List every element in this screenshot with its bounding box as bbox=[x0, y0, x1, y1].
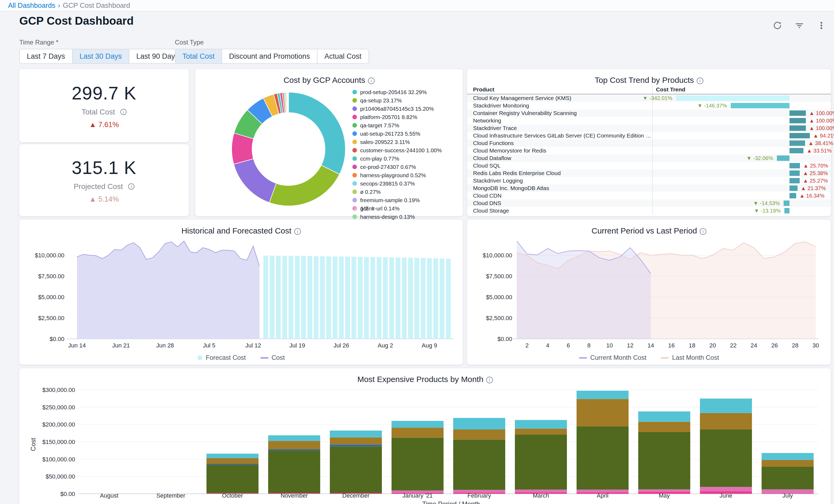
forecast-bar[interactable] bbox=[307, 256, 312, 339]
info-icon[interactable]: i bbox=[128, 183, 134, 190]
y-axis-tick: $0.00 bbox=[50, 336, 64, 342]
forecast-bar[interactable] bbox=[421, 258, 425, 339]
forecast-bar[interactable] bbox=[377, 257, 381, 339]
stacked-bar-july[interactable] bbox=[762, 453, 814, 494]
legend-item-harness-design[interactable]: harness-design 0.13% bbox=[352, 214, 460, 220]
stacked-bar-november[interactable] bbox=[268, 435, 320, 494]
forecast-bar[interactable] bbox=[270, 256, 275, 339]
info-icon[interactable]: i bbox=[294, 228, 301, 235]
cost-by-gcp-accounts-card: Cost by GCP Accountsi prod-setup-205416 … bbox=[195, 69, 463, 216]
legend-item-platform-205701[interactable]: platform-205701 8.82% bbox=[352, 114, 460, 120]
forecast-bar[interactable] bbox=[427, 258, 432, 339]
legend-item-pr10406a87045145c3[interactable]: pr10406a87045145c3 15.20% bbox=[352, 106, 460, 112]
bar-segment bbox=[268, 435, 320, 441]
trend-bar bbox=[784, 208, 789, 213]
trend-bar bbox=[789, 163, 800, 168]
cost-type-option-discount-and-promotions[interactable]: Discount and Promotions bbox=[222, 49, 317, 63]
filter-button[interactable] bbox=[792, 18, 807, 33]
legend-forecast-cost[interactable]: Forecast Cost bbox=[197, 354, 246, 361]
forecast-bar[interactable] bbox=[288, 256, 293, 339]
forecast-bar[interactable] bbox=[370, 257, 375, 339]
legend-item-ø[interactable]: ø 0.27% bbox=[352, 189, 460, 195]
forecast-bar[interactable] bbox=[414, 258, 419, 339]
time-range-option-last-7-days[interactable]: Last 7 Days bbox=[20, 49, 73, 63]
forecast-bar[interactable] bbox=[282, 256, 287, 339]
info-icon[interactable]: i bbox=[700, 228, 706, 235]
legend-current-month-cost[interactable]: Current Month Cost bbox=[579, 354, 646, 361]
forecast-bar[interactable] bbox=[326, 256, 331, 339]
forecast-bar[interactable] bbox=[345, 257, 350, 339]
legend-dot-icon bbox=[352, 115, 357, 119]
legend-item-qa-setup[interactable]: qa-setup 23.17% bbox=[352, 97, 460, 104]
trend-bar bbox=[789, 171, 800, 176]
legend-item-uat-setup-261723[interactable]: uat-setup-261723 5.55% bbox=[352, 131, 460, 137]
legend-last-month-cost[interactable]: Last Month Cost bbox=[661, 354, 719, 361]
forecast-bar[interactable] bbox=[276, 256, 281, 339]
legend-item-sales-209522[interactable]: sales-209522 3.11% bbox=[352, 139, 460, 145]
forecast-bar[interactable] bbox=[383, 257, 388, 339]
forecast-bar[interactable] bbox=[440, 259, 444, 339]
donut-slice-pr10406a87045145c3[interactable] bbox=[234, 159, 276, 202]
stacked-bar-march[interactable] bbox=[515, 420, 567, 494]
stacked-bar-may[interactable] bbox=[638, 412, 690, 494]
historical-plot: $0.00$2,500.00$5,000.00$7,500.00$10,000.… bbox=[35, 241, 454, 349]
legend-item-secops-239815[interactable]: secops-239815 0.37% bbox=[352, 180, 460, 187]
legend-page-down-icon[interactable]: ▼ bbox=[371, 205, 376, 212]
bar-segment bbox=[206, 464, 259, 465]
stacked-bar-december[interactable] bbox=[330, 431, 382, 494]
forecast-bar[interactable] bbox=[320, 256, 325, 339]
forecast-bar[interactable] bbox=[396, 257, 400, 339]
cost-trend-cell: ▲ 94.21% bbox=[652, 132, 831, 139]
forecast-bar[interactable] bbox=[408, 258, 413, 339]
legend-item-qa-target[interactable]: qa-target 7.57% bbox=[352, 122, 460, 128]
stacked-bar-june[interactable] bbox=[700, 399, 752, 494]
breadcrumb-link-all-dashboards[interactable]: All Dashboards bbox=[8, 1, 55, 10]
forecast-bar[interactable] bbox=[301, 256, 306, 339]
legend-item-ccm-play[interactable]: ccm-play 0.77% bbox=[352, 155, 460, 162]
time-range-option-last-30-days[interactable]: Last 30 Days bbox=[73, 49, 130, 63]
legend-item-prod-setup-205416[interactable]: prod-setup-205416 32.29% bbox=[352, 89, 460, 95]
legend-item-ce-prod-274307[interactable]: ce-prod-274307 0.67% bbox=[352, 164, 460, 170]
y-axis-tick: $150,000.00 bbox=[42, 439, 75, 445]
legend-item-label: qa-target 7.57% bbox=[360, 122, 399, 128]
forecast-bar[interactable] bbox=[364, 257, 369, 339]
forecast-bar[interactable] bbox=[446, 259, 451, 339]
legend-item-freemium-sample[interactable]: freemium-sample 0.19% bbox=[352, 197, 460, 203]
legend-page-up-icon[interactable]: ▲ bbox=[353, 205, 358, 212]
forecast-bar[interactable] bbox=[332, 257, 337, 339]
stacked-bar-january-21[interactable] bbox=[392, 421, 443, 494]
info-icon[interactable]: i bbox=[368, 78, 375, 84]
product-cell: Cloud SQL bbox=[467, 162, 652, 169]
x-axis-tick: Jul 5 bbox=[203, 342, 215, 349]
cost-type-option-actual-cost[interactable]: Actual Cost bbox=[317, 49, 369, 63]
donut-slice-prod-setup-205416[interactable] bbox=[288, 92, 345, 174]
forecast-bar[interactable] bbox=[263, 256, 268, 339]
forecast-bar[interactable] bbox=[295, 256, 300, 339]
cost-type-option-total-cost[interactable]: Total Cost bbox=[175, 49, 222, 63]
forecast-bar[interactable] bbox=[402, 258, 407, 339]
x-axis-tick: 6 bbox=[567, 342, 570, 349]
more-options-button[interactable] bbox=[814, 18, 829, 33]
legend-item-harness-playground[interactable]: harness-playground 0.52% bbox=[352, 172, 460, 178]
info-icon[interactable]: i bbox=[120, 109, 127, 115]
legend-item-customer-success-244100[interactable]: customer-success-244100 1.00% bbox=[352, 147, 460, 153]
forecast-bar[interactable] bbox=[433, 259, 438, 339]
table-row: Stackdriver Trace▲ 100.00% bbox=[467, 124, 831, 132]
refresh-button[interactable] bbox=[770, 18, 785, 33]
stacked-bar-october[interactable] bbox=[206, 454, 259, 494]
info-icon[interactable]: i bbox=[697, 78, 703, 84]
donut-slice-qa-setup[interactable] bbox=[269, 165, 339, 206]
forecast-bar[interactable] bbox=[389, 257, 394, 339]
info-icon[interactable]: i bbox=[486, 377, 493, 384]
legend-cost[interactable]: Cost bbox=[260, 354, 285, 361]
forecast-bar[interactable] bbox=[314, 256, 319, 339]
forecast-bar[interactable] bbox=[339, 257, 344, 339]
stacked-bar-april[interactable] bbox=[576, 391, 629, 494]
forecast-bar[interactable] bbox=[352, 257, 356, 339]
stacked-bar-february[interactable] bbox=[453, 418, 505, 494]
current-chart-legend: Current Month CostLast Month Cost bbox=[467, 354, 831, 361]
x-axis-tick: 30 bbox=[813, 342, 819, 349]
forecast-bar[interactable] bbox=[358, 257, 363, 339]
product-cell: Cloud Key Management Service (KMS) bbox=[467, 95, 652, 101]
product-cell: Cloud Infrastructure Services GitLab Ser… bbox=[467, 132, 652, 139]
